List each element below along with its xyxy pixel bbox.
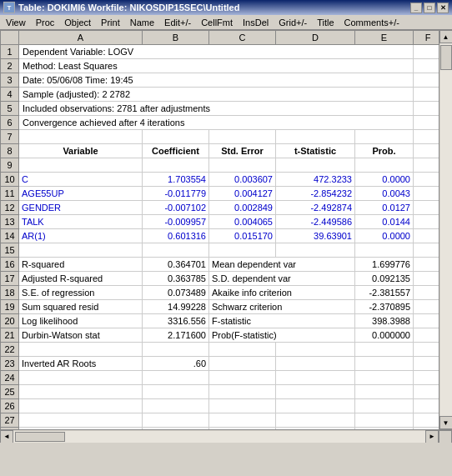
table-row: 17Adjusted R-squared0.363785S.D. depende… xyxy=(1,272,439,286)
row-number: 13 xyxy=(1,215,19,229)
menu-bar: View Proc Object Print Name Edit+/- Cell… xyxy=(0,15,452,30)
data-cell: 2.171600 xyxy=(143,328,209,343)
data-cell xyxy=(209,371,276,385)
data-cell: C xyxy=(19,173,143,187)
table-row: 27 xyxy=(1,413,439,428)
menu-print[interactable]: Print xyxy=(97,17,124,28)
data-cell xyxy=(414,328,439,343)
row-number: 3 xyxy=(1,73,19,88)
menu-grid[interactable]: Grid+/- xyxy=(274,17,311,28)
hscroll-right-button[interactable]: ► xyxy=(425,430,439,443)
data-cell: 0.000000 xyxy=(355,328,414,343)
column-header-row: A B C D E F xyxy=(1,31,439,45)
hscroll-thumb[interactable] xyxy=(15,432,65,442)
data-cell xyxy=(143,385,209,399)
data-cell: 0.073489 xyxy=(143,286,209,300)
hscroll-track[interactable] xyxy=(13,431,425,443)
data-cell xyxy=(19,158,143,173)
vscroll-thumb[interactable] xyxy=(440,45,452,70)
menu-name[interactable]: Name xyxy=(126,17,158,28)
row-number: 5 xyxy=(1,102,19,116)
table-row: 24 xyxy=(1,371,439,385)
window-title: Table: DOKIMI6 Workfile: NIKOSDIP15SEC\U… xyxy=(18,3,239,13)
data-cell xyxy=(276,243,355,258)
table-row: 25 xyxy=(1,385,439,399)
data-cell: 3316.556 xyxy=(143,314,209,328)
col-header-d: D xyxy=(276,31,355,45)
row-number: 24 xyxy=(1,371,19,385)
minimize-button[interactable]: _ xyxy=(410,3,422,13)
table-row: 21Durbin-Watson stat2.171600Prob(F-stati… xyxy=(1,328,439,343)
data-cell xyxy=(209,428,276,430)
vertical-scrollbar[interactable]: ▲ ▼ xyxy=(439,30,452,429)
hscroll-corner xyxy=(439,430,452,443)
span-cell: Dependent Variable: LOGV xyxy=(19,45,414,59)
table-row: 26 xyxy=(1,399,439,413)
table-row: 8VariableCoefficientStd. Errort-Statisti… xyxy=(1,144,439,158)
data-cell xyxy=(414,215,439,229)
menu-cellfmt[interactable]: CellFmt xyxy=(197,17,237,28)
data-cell: S.E. of regression xyxy=(19,286,143,300)
close-button[interactable]: ✕ xyxy=(437,3,449,13)
data-cell xyxy=(355,343,414,357)
menu-view[interactable]: View xyxy=(2,17,30,28)
data-cell: 1.703554 xyxy=(143,173,209,187)
menu-edit[interactable]: Edit+/- xyxy=(160,17,195,28)
table-row: 23Inverted AR Roots.60 xyxy=(1,357,439,371)
data-cell xyxy=(276,357,355,371)
menu-insdel[interactable]: InsDel xyxy=(239,17,273,28)
data-cell xyxy=(209,130,276,144)
header-cell xyxy=(414,144,439,158)
data-cell: 0.0127 xyxy=(355,201,414,215)
data-cell: R-squared xyxy=(19,258,143,272)
row-number: 27 xyxy=(1,413,19,428)
header-cell: Std. Error xyxy=(209,144,276,158)
menu-object[interactable]: Object xyxy=(60,17,95,28)
data-cell xyxy=(209,357,276,371)
row-number: 8 xyxy=(1,144,19,158)
row-number: 22 xyxy=(1,343,19,357)
table-row: 11AGE55UP-0.0117790.004127-2.8542320.004… xyxy=(1,187,439,201)
data-cell xyxy=(276,343,355,357)
table-row: 15 xyxy=(1,243,439,258)
data-cell: 1.699776 xyxy=(355,258,414,272)
menu-comments[interactable]: Comments+/- xyxy=(340,17,404,28)
horizontal-scrollbar[interactable]: ◄ ► xyxy=(0,429,452,443)
row-number: 1 xyxy=(1,45,19,59)
header-cell: Coefficient xyxy=(143,144,209,158)
vscroll-track[interactable] xyxy=(440,43,452,416)
table-row: 4Sample (adjusted): 2 2782 xyxy=(1,88,439,102)
data-cell xyxy=(355,357,414,371)
data-cell xyxy=(414,130,439,144)
table-row: 12GENDER-0.0071020.002849-2.4928740.0127 xyxy=(1,201,439,215)
table-wrapper: A B C D E F 1Dependent Variable: LOGV2Me… xyxy=(0,30,452,429)
header-cell: Variable xyxy=(19,144,143,158)
data-cell: Adjusted R-squared xyxy=(19,272,143,286)
row-number: 19 xyxy=(1,300,19,314)
row-number: 20 xyxy=(1,314,19,328)
header-cell: Prob. xyxy=(355,144,414,158)
data-cell xyxy=(414,428,439,430)
data-cell xyxy=(19,243,143,258)
row-number: 28 xyxy=(1,428,19,430)
data-cell xyxy=(414,201,439,215)
data-cell xyxy=(355,371,414,385)
hscroll-left-button[interactable]: ◄ xyxy=(0,430,13,443)
vscroll-up-button[interactable]: ▲ xyxy=(439,30,453,43)
span-cell: Included observations: 2781 after adjust… xyxy=(19,102,414,116)
data-cell: -2.492874 xyxy=(276,201,355,215)
col-header-a: A xyxy=(19,31,143,45)
data-cell xyxy=(355,428,414,430)
menu-title[interactable]: Title xyxy=(313,17,338,28)
row-number: 18 xyxy=(1,286,19,300)
data-cell xyxy=(19,399,143,413)
data-cell xyxy=(143,371,209,385)
data-table: A B C D E F 1Dependent Variable: LOGV2Me… xyxy=(0,30,439,429)
data-cell xyxy=(414,73,439,88)
data-cell: Schwarz criterion xyxy=(209,300,355,314)
vscroll-down-button[interactable]: ▼ xyxy=(439,416,453,429)
data-cell xyxy=(19,413,143,428)
menu-proc[interactable]: Proc xyxy=(32,17,59,28)
data-cell: 14.99228 xyxy=(143,300,209,314)
maximize-button[interactable]: □ xyxy=(424,3,435,13)
